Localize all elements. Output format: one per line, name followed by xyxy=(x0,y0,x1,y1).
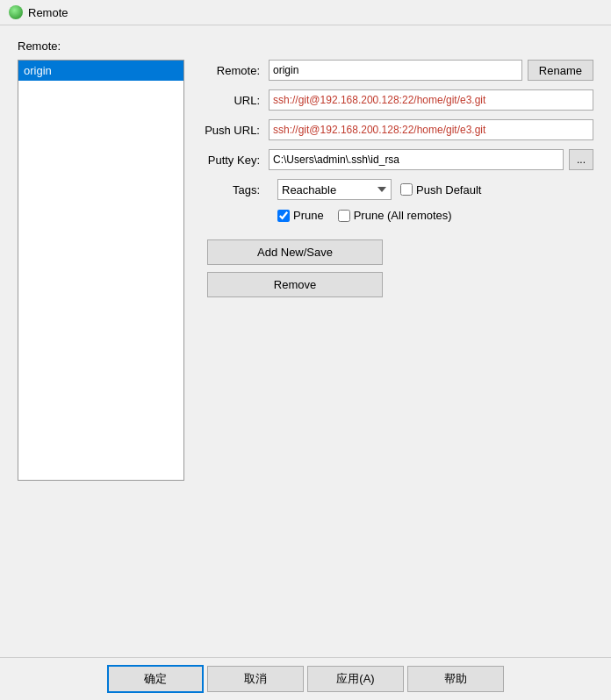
title-bar: Remote xyxy=(0,0,611,25)
action-buttons: Add New/Save Remove xyxy=(207,239,593,297)
form-area: Remote: Rename URL: Push URL: Putty Key:… xyxy=(198,60,593,297)
dialog-content: Remote: origin Remote: Rename URL: Push … xyxy=(0,25,611,657)
remove-button[interactable]: Remove xyxy=(207,272,383,297)
remote-top-label: Remote: xyxy=(18,39,593,53)
remote-row: Remote: Rename xyxy=(198,60,593,81)
putty-key-label: Putty Key: xyxy=(198,154,269,167)
help-button[interactable]: 帮助 xyxy=(407,666,504,692)
dialog-title: Remote xyxy=(28,6,68,19)
url-row: URL: xyxy=(198,89,593,111)
prune-label[interactable]: Prune xyxy=(277,209,324,222)
remote-list: origin xyxy=(18,60,184,481)
push-url-row: Push URL: xyxy=(198,119,593,140)
putty-key-input[interactable] xyxy=(269,149,564,170)
tags-select[interactable]: Reachable All None xyxy=(277,179,392,200)
list-item[interactable]: origin xyxy=(18,61,183,81)
prune-text: Prune xyxy=(293,209,324,222)
tags-row: Tags: Reachable All None Push Default xyxy=(198,179,593,200)
bottom-bar: 确定 取消 应用(A) 帮助 xyxy=(0,657,611,700)
remote-field-label: Remote: xyxy=(198,64,269,77)
push-url-input[interactable] xyxy=(269,119,593,140)
main-area: origin Remote: Rename URL: Push URL: xyxy=(18,60,593,481)
push-default-text: Push Default xyxy=(416,183,481,196)
push-default-checkbox[interactable] xyxy=(400,183,413,196)
cancel-button[interactable]: 取消 xyxy=(207,666,304,692)
add-new-save-button[interactable]: Add New/Save xyxy=(207,239,383,265)
prune-checkbox[interactable] xyxy=(277,210,290,222)
remote-input[interactable] xyxy=(269,60,522,81)
push-default-label[interactable]: Push Default xyxy=(400,183,481,196)
ok-button[interactable]: 确定 xyxy=(107,665,204,693)
rename-button[interactable]: Rename xyxy=(528,60,593,81)
prune-all-text: Prune (All remotes) xyxy=(354,209,452,222)
browse-button[interactable]: ... xyxy=(569,149,593,170)
prune-all-checkbox[interactable] xyxy=(338,210,350,222)
prune-row: Prune Prune (All remotes) xyxy=(277,209,593,222)
push-url-label: Push URL: xyxy=(198,124,269,137)
tags-label: Tags: xyxy=(198,183,269,196)
prune-all-label[interactable]: Prune (All remotes) xyxy=(338,209,452,222)
apply-button[interactable]: 应用(A) xyxy=(307,666,404,692)
app-icon xyxy=(9,5,23,19)
url-input[interactable] xyxy=(269,89,593,111)
putty-key-row: Putty Key: ... xyxy=(198,149,593,170)
url-label: URL: xyxy=(198,94,269,107)
